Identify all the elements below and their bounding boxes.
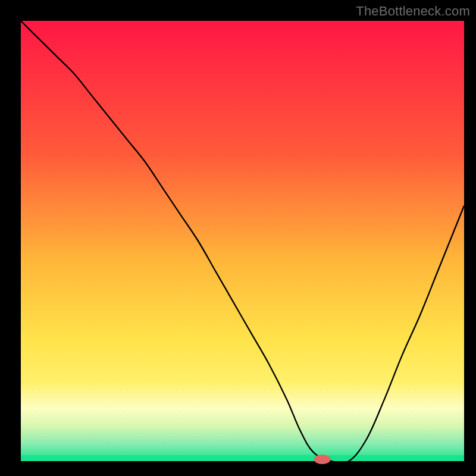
- chart-root: TheBottleneck.com: [0, 0, 476, 476]
- watermark-label: TheBottleneck.com: [356, 4, 470, 19]
- plot-background: [21, 21, 464, 461]
- baseline-strip: [21, 455, 464, 461]
- chart-svg: [0, 0, 476, 476]
- optimal-point-marker: [314, 455, 331, 464]
